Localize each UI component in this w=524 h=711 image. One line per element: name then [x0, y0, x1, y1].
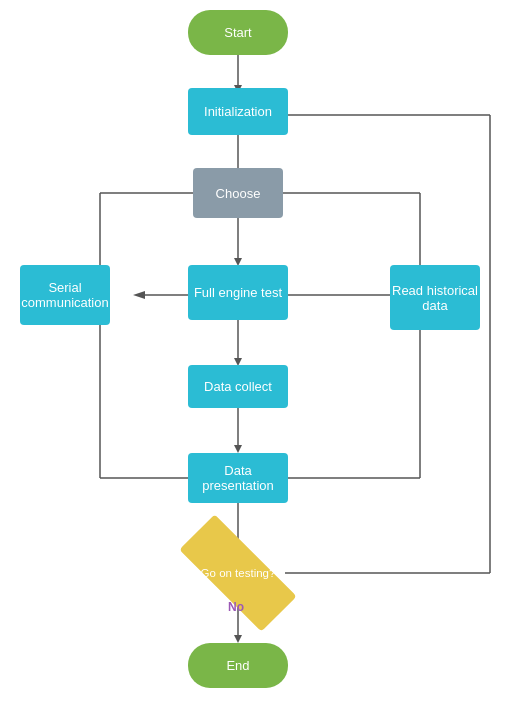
full-engine-test-node: Full engine test: [188, 265, 288, 320]
go-on-testing-node: Go on testing?: [180, 548, 296, 598]
svg-marker-13: [133, 291, 145, 299]
start-node: Start: [188, 10, 288, 55]
end-node: End: [188, 643, 288, 688]
initialization-node: Initialization: [188, 88, 288, 135]
data-collect-node: Data collect: [188, 365, 288, 408]
svg-marker-19: [234, 445, 242, 453]
flowchart: Start Initialization Choose Serial commu…: [0, 0, 524, 711]
read-historical-data-node: Read historical data: [390, 265, 480, 330]
svg-marker-29: [234, 635, 242, 643]
no-label: No: [228, 600, 244, 614]
choose-node: Choose: [193, 168, 283, 218]
serial-communication-node: Serial communication: [20, 265, 110, 325]
data-presentation-node: Data presentation: [188, 453, 288, 503]
